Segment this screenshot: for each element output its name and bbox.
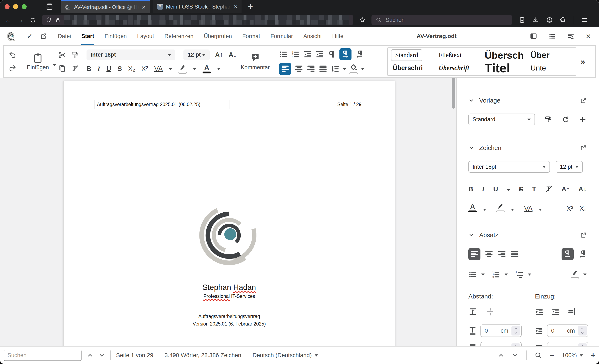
- chevron-down-icon[interactable]: [468, 145, 474, 151]
- chevron-down-icon[interactable]: [468, 232, 474, 238]
- character-spacing-button[interactable]: VA: [154, 65, 163, 73]
- close-tab-icon[interactable]: ×: [234, 3, 238, 10]
- space-above-field[interactable]: 0cm: [480, 324, 522, 337]
- zeichen-dialog-icon[interactable]: [580, 145, 587, 151]
- clone-formatting-icon[interactable]: [71, 51, 79, 59]
- find-previous-icon[interactable]: [87, 352, 93, 358]
- menu-format[interactable]: Format: [242, 27, 260, 45]
- style-fliesstext[interactable]: Fließtext: [436, 51, 482, 59]
- font-color-button[interactable]: A: [468, 203, 477, 212]
- document-canvas[interactable]: Auftragsverarbeitungsvertrag 2025.01 (06…: [0, 78, 456, 346]
- highlight-color-button[interactable]: [496, 203, 505, 212]
- new-style-icon[interactable]: [579, 115, 587, 124]
- highlight-caret[interactable]: [193, 68, 196, 72]
- account-icon[interactable]: [546, 17, 553, 23]
- paragraph-rtl-icon[interactable]: [578, 250, 587, 258]
- subscript-button[interactable]: X₂: [128, 65, 135, 73]
- bullet-list-icon[interactable]: [279, 50, 288, 59]
- align-left-button-active[interactable]: [279, 63, 291, 75]
- author-tagline[interactable]: Professional IT-Services: [64, 293, 395, 299]
- align-center-icon[interactable]: [294, 64, 303, 73]
- header-right-cell[interactable]: Seite 1 / 29: [229, 100, 364, 109]
- find-next-icon[interactable]: [99, 352, 105, 358]
- back-button[interactable]: ←: [5, 17, 11, 23]
- bullet-caret[interactable]: [481, 274, 484, 277]
- font-color-caret[interactable]: [217, 68, 220, 72]
- outline-list-icon[interactable]: [515, 270, 524, 279]
- formatting-marks-icon[interactable]: [327, 50, 336, 59]
- browser-search-field[interactable]: Suchen: [371, 15, 512, 25]
- vorlage-dialog-icon[interactable]: [580, 97, 587, 104]
- paragraph-background-button[interactable]: [349, 64, 358, 74]
- menu-hamburger-icon[interactable]: [581, 17, 588, 23]
- menu-start[interactable]: Start: [81, 27, 94, 45]
- forward-button[interactable]: →: [17, 17, 24, 23]
- new-tab-button[interactable]: +: [248, 2, 253, 12]
- style-untertitel[interactable]: Unte: [528, 64, 574, 72]
- undo-icon[interactable]: [8, 51, 17, 59]
- menu-ueberpruefen[interactable]: Überprüfen: [204, 27, 232, 45]
- author-name[interactable]: Stephan Hadan: [64, 283, 395, 292]
- next-page-icon[interactable]: [512, 352, 518, 358]
- update-style-icon[interactable]: [562, 115, 570, 124]
- numbered-list-icon[interactable]: [291, 50, 300, 59]
- paragraph-rtl-icon[interactable]: [355, 50, 364, 59]
- spacing-caret[interactable]: [539, 209, 542, 212]
- background-caret[interactable]: [361, 68, 364, 72]
- insert-comment-button[interactable]: Kommentar: [237, 46, 274, 77]
- menu-hilfe[interactable]: Hilfe: [332, 27, 344, 45]
- numbered-list-icon[interactable]: [492, 270, 500, 279]
- language-selector[interactable]: Deutsch (Deutschland): [253, 352, 318, 359]
- paste-button[interactable]: Einfügen: [21, 46, 54, 77]
- increase-indent-icon[interactable]: [303, 50, 312, 59]
- spacing-caret[interactable]: [169, 68, 172, 72]
- page-count[interactable]: Seite 1 von 29: [116, 352, 153, 359]
- previous-page-icon[interactable]: [498, 352, 504, 358]
- spinner-buttons[interactable]: [578, 326, 587, 336]
- bold-button[interactable]: B: [87, 65, 91, 73]
- align-right-icon[interactable]: [497, 250, 506, 258]
- paragraph-spacing-icon[interactable]: [468, 307, 477, 316]
- minimize-window-button[interactable]: [13, 4, 18, 9]
- font-size-combobox[interactable]: 12 pt: [184, 50, 210, 60]
- clone-formatting-icon[interactable]: [545, 115, 552, 124]
- underline-button[interactable]: U: [493, 185, 498, 193]
- paragraph-ltr-button-active[interactable]: [562, 248, 574, 260]
- maximize-window-button[interactable]: [22, 4, 27, 9]
- document-page[interactable]: Auftragsverarbeitungsvertrag 2025.01 (06…: [63, 81, 395, 346]
- extensions-icon[interactable]: [560, 17, 567, 23]
- shadow-button[interactable]: T: [532, 185, 536, 193]
- italic-button[interactable]: I: [482, 185, 484, 193]
- grow-font-button[interactable]: A↑: [215, 51, 223, 59]
- space-below-field[interactable]: 0cm: [480, 342, 522, 346]
- style-standard-selected[interactable]: Standard: [391, 49, 422, 61]
- decrease-indent-icon[interactable]: [315, 50, 324, 59]
- align-center-icon[interactable]: [484, 250, 493, 258]
- menu-einfuegen[interactable]: Einfügen: [105, 27, 127, 45]
- spinner-buttons[interactable]: [511, 326, 520, 336]
- chevron-down-icon[interactable]: [468, 98, 474, 103]
- increase-indent-icon[interactable]: [535, 307, 544, 316]
- decrease-indent-icon[interactable]: [551, 307, 560, 316]
- spinner-buttons[interactable]: [511, 343, 520, 346]
- align-right-icon[interactable]: [307, 64, 315, 73]
- paragraph-background-button[interactable]: [571, 269, 579, 279]
- paragraph-ltr-button-active[interactable]: [339, 48, 352, 60]
- tab-foss-stack[interactable]: Mein FOSS-Stack - Stephan Ha ×: [153, 0, 242, 13]
- absatz-dialog-icon[interactable]: [580, 232, 587, 238]
- superscript-button[interactable]: X²: [567, 205, 573, 212]
- sidebar-toggle-icon[interactable]: [530, 32, 537, 40]
- reload-button[interactable]: [29, 17, 36, 24]
- copy-icon[interactable]: [58, 64, 66, 72]
- character-spacing-button[interactable]: VA: [524, 205, 532, 212]
- font-color-button[interactable]: A: [203, 64, 211, 73]
- style-ueberschrift-italic[interactable]: Überschrift: [436, 64, 482, 72]
- clear-formatting-icon[interactable]: [545, 185, 553, 193]
- hanging-indent-field[interactable]: 0cm: [547, 342, 588, 346]
- shrink-font-button[interactable]: A↓: [229, 51, 237, 59]
- line-spacing-caret[interactable]: [343, 68, 346, 72]
- align-left-button-active[interactable]: [468, 248, 480, 260]
- tab-overview-icon[interactable]: [46, 3, 53, 10]
- zoom-reset-icon[interactable]: [535, 352, 542, 359]
- close-tab-icon[interactable]: ×: [142, 4, 146, 11]
